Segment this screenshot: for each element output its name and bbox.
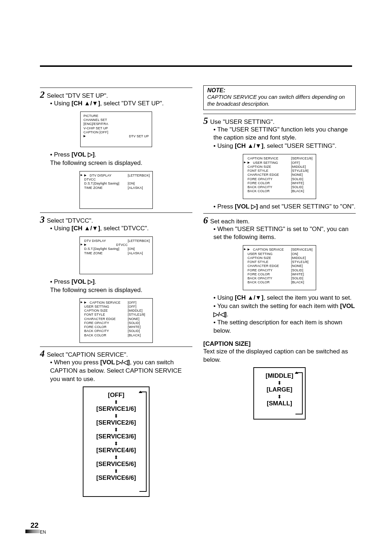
left-column: 2 Select "DTV SET UP". Using [CH ▲/▼], s… [40,85,192,497]
top-rule [40,65,352,67]
step-5-bullet-3: Press [VOL ▷] and set "USER SETTING" to … [213,203,356,211]
note-box: NOTE: CAPTION SERVICE you can switch dif… [203,85,356,110]
step-3-bullet-2: Press [VOL ▷]. The following screen is d… [50,278,192,295]
caption-size-heading: [CAPTION SIZE] [203,340,356,348]
step-2-heading: 2 Select "DTV SET UP". [40,90,192,100]
step-4-bullet-1: When you press [VOL ▷/◁], you can switch… [50,358,192,384]
osd-user-setting-on: CAPTION SERVICE[SERVICE1/6]USER SETTING[… [243,245,316,290]
caption-size-text: Text size of the displayed caption can b… [203,348,356,364]
step-4-heading: 4 Select "CAPTION SERVICE". [40,349,192,358]
step-3-bullet-1: Using [CH ▲/▼], select "DTVCC". [50,224,192,233]
step-3-heading: 3 Select "DTVCC". [40,215,192,224]
step-5-bullet-1: The "USER SETTING" function lets you cha… [213,126,356,142]
page-locale: EN [40,530,46,535]
osd-user-setting-off: CAPTION SERVICE[SERVICE1/6]USER SETTING[… [243,154,316,199]
step-6-heading: 6 Set each item. [203,216,356,225]
osd-dtv-setup: PICTURECHANNEL SET[ENG]/ESP/FRAV-CHIP SE… [80,112,152,147]
step-6-bullet-4: The setting description for each item is… [213,319,356,335]
step-5-heading: 5 Use "USER SETTING". [203,116,356,126]
step-6-bullet-2: Using [CH ▲/▼], select the item you want… [213,294,356,302]
step-2-bullet-1: Using [CH ▲/▼], select "DTV SET UP". [50,100,192,108]
osd-dtv-display: DTV DISPLAY[LETTERBOX]DTVCCD.S.T.[Daylig… [79,171,153,209]
osd-dtvcc-sel: DTV DISPLAY[LETTERBOX]DTVCCD.S.T.[Daylig… [79,236,153,274]
step-2-bullet-2: Press [VOL ▷]. The following screen is d… [50,151,192,167]
step-6-bullet-1: When "USER SETTING" is set to "ON", you … [213,225,356,242]
page-number: 22 [30,521,38,530]
caption-size-cycle: [MIDDLE]⬍[LARGE]⬍[SMALL] [253,367,306,420]
caption-service-cycle: [OFF]⬍[SERVICE1/6]⬍[SERVICE2/6]⬍[SERVICE… [83,386,150,497]
step-5-bullet-2: Using [CH ▲/▼], select "USER SETTING". [213,142,356,150]
right-column: NOTE: CAPTION SERVICE you can switch dif… [203,85,356,497]
page-gradient-bar [25,530,40,533]
osd-caption-service-1: CAPTION SERVICE[OFF]USER SETTING[OFF]CAP… [79,298,153,343]
step-6-bullet-3: You can switch the setting for each item… [213,302,356,319]
